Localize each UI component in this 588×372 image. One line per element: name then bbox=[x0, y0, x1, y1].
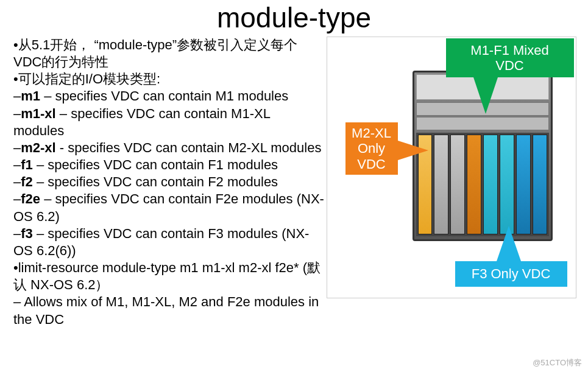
item-f1: –f1 – specifies VDC can contain F1 modul… bbox=[13, 156, 324, 174]
slot-f3d bbox=[533, 135, 547, 234]
bullet-limit: •limit-resource module-type m1 m1-xl m2-… bbox=[13, 259, 324, 293]
callout-line: M2-XL bbox=[352, 125, 391, 141]
bullet-1: •从5.1开始， “module-type”参数被引入定义每个VDC的行为特性 bbox=[13, 37, 324, 71]
dash: – bbox=[13, 106, 21, 121]
desc: – specifies VDC can contain M1 modules bbox=[40, 88, 288, 104]
item-m2xl: –m2-xl - specifies VDC can contain M2-XL… bbox=[13, 139, 324, 156]
desc: – specifies VDC can contain F1 modules bbox=[33, 157, 278, 172]
key: f2 bbox=[21, 174, 33, 189]
chassis-slots bbox=[416, 133, 549, 236]
slot-f3b bbox=[500, 135, 514, 234]
item-f3: –f3 – specifies VDC can contain F3 modul… bbox=[13, 225, 324, 259]
dash: – bbox=[13, 191, 21, 206]
slot-f3c bbox=[516, 135, 531, 234]
dash: – bbox=[13, 140, 21, 155]
callout-f3-only: F3 Only VDC bbox=[455, 261, 567, 287]
content-columns: •从5.1开始， “module-type”参数被引入定义每个VDC的行为特性 … bbox=[0, 37, 588, 328]
slide: module-type •从5.1开始， “module-type”参数被引入定… bbox=[0, 0, 588, 372]
item-f2: –f2 – specifies VDC can contain F2 modul… bbox=[13, 174, 324, 191]
callout-blue-pointer bbox=[497, 226, 521, 261]
text: module-type bbox=[99, 37, 172, 52]
callout-green-pointer bbox=[473, 77, 498, 114]
item-m1xl: –m1-xl – specifies VDC can contain M1-XL… bbox=[13, 105, 324, 139]
callout-orange-pointer bbox=[398, 141, 428, 160]
key: f1 bbox=[21, 157, 33, 172]
dash: – bbox=[13, 226, 21, 241]
slot-m1b bbox=[450, 135, 465, 234]
slot-m1 bbox=[434, 135, 448, 234]
figure-column: M1-F1 Mixed VDC M2-XL Only VDC F3 Only V… bbox=[324, 37, 578, 328]
chassis-sup2 bbox=[416, 117, 549, 130]
key: m2-xl bbox=[21, 140, 55, 155]
text: •从5.1开始， “ bbox=[13, 37, 99, 52]
watermark: @51CTO博客 bbox=[533, 357, 582, 368]
callout-m2xl-only: M2-XL Only VDC bbox=[345, 122, 398, 175]
bullet-allow: – Allows mix of M1, M1-XL, M2 and F2e mo… bbox=[13, 293, 324, 328]
callout-m1f1-mixed: M1-F1 Mixed VDC bbox=[446, 38, 574, 77]
callout-line: F3 Only VDC bbox=[472, 266, 551, 281]
callout-line: VDC bbox=[495, 58, 523, 73]
slide-title: module-type bbox=[0, 0, 588, 34]
key: m1-xl bbox=[21, 106, 55, 121]
desc: – specifies VDC can contain F2e modules … bbox=[13, 191, 324, 223]
item-m1: –m1 – specifies VDC can contain M1 modul… bbox=[13, 88, 324, 105]
dash: – bbox=[13, 88, 21, 104]
bullet-2: •可以指定的I/O模块类型: bbox=[13, 71, 324, 88]
key: m1 bbox=[21, 88, 40, 104]
text-column: •从5.1开始， “module-type”参数被引入定义每个VDC的行为特性 … bbox=[13, 37, 324, 328]
slot-f1 bbox=[467, 135, 481, 234]
dash: – bbox=[13, 157, 21, 172]
desc: – specifies VDC can contain F3 modules (… bbox=[13, 226, 309, 258]
key: f2e bbox=[21, 191, 40, 206]
dash: – bbox=[13, 174, 21, 189]
callout-line: Only bbox=[358, 141, 385, 156]
desc: – specifies VDC can contain F2 modules bbox=[33, 174, 278, 189]
callout-line: VDC bbox=[357, 156, 385, 172]
desc: - specifies VDC can contain M2-XL module… bbox=[56, 140, 322, 155]
slot-f3a bbox=[483, 135, 498, 234]
callout-line: M1-F1 Mixed bbox=[470, 43, 548, 58]
key: f3 bbox=[21, 226, 33, 241]
item-f2e: –f2e – specifies VDC can contain F2e mod… bbox=[13, 191, 324, 225]
figure: M1-F1 Mixed VDC M2-XL Only VDC F3 Only V… bbox=[327, 37, 576, 298]
